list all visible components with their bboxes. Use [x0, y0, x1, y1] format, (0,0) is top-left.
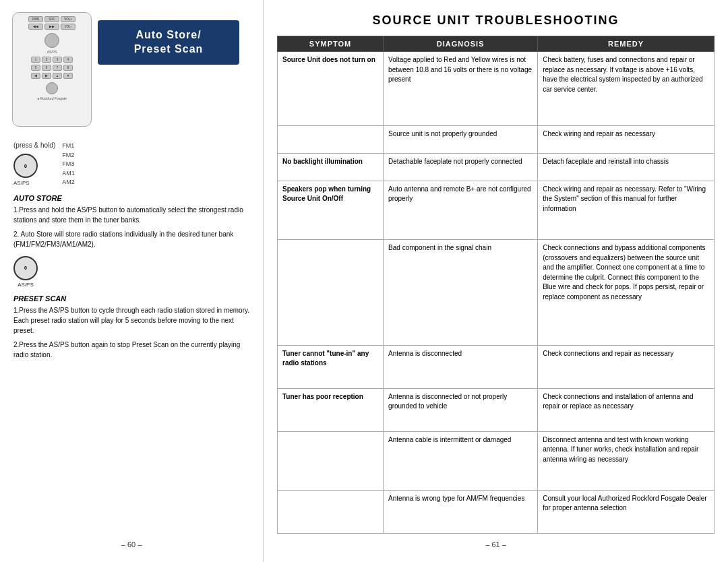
- remote-btn-14: 8: [63, 65, 73, 71]
- auto-store-p2: 2. Auto Store will store radio stations …: [13, 229, 253, 249]
- feature-title-box: Auto Store/ Preset Scan: [98, 20, 239, 65]
- feature-title: Auto Store/ Preset Scan: [104, 28, 233, 57]
- col-header-symptom: Symptom: [278, 36, 384, 52]
- symptom-cell: Source Unit does not turn on: [278, 52, 384, 126]
- diagnosis-cell: Antenna cable is intermittent or damaged: [384, 431, 538, 490]
- remote-brand: ● Rockford Fosgate: [37, 96, 67, 100]
- remote-knob-top: [44, 33, 59, 48]
- fm-am-labels: FM1FM2FM3AM1AM2: [62, 142, 75, 187]
- table-row: Tuner cannot "tune-in" any radio station…: [278, 345, 715, 388]
- remote-btn-7: 1: [31, 57, 40, 63]
- remote-btn-8: 2: [42, 57, 51, 63]
- remedy-cell: Check connections and repair as necessar…: [538, 345, 715, 388]
- remote-btn-11: 5: [31, 65, 40, 71]
- diagnosis-cell: Detachable faceplate not properly connec…: [384, 154, 538, 181]
- remote-btn-17: ▲: [53, 73, 62, 79]
- as-ps-icon-bottom: 0: [13, 256, 38, 280]
- right-panel: Source Unit Troubleshooting Symptom Diag…: [264, 0, 728, 562]
- left-panel: PWR SRC VOL+ ◀◀ ▶▶ VOL- AS/PS 1 2 3 4 5 …: [0, 0, 263, 562]
- diagnosis-cell: Antenna is disconnected or not properly …: [384, 388, 538, 431]
- col-header-diagnosis: Diagnosis: [384, 36, 538, 52]
- table-row: No backlight illuminationDetachable face…: [278, 154, 715, 181]
- table-row: Source unit is not properly groundedChec…: [278, 126, 715, 154]
- page-number-right: – 61 –: [277, 540, 715, 549]
- remote-btn-18: ▼: [63, 73, 73, 79]
- symptom-cell: Speakers pop when turning Source Unit On…: [278, 181, 384, 239]
- as-ps-icon-top: 0: [13, 154, 38, 178]
- remedy-cell: Detach faceplate and reinstall into chas…: [538, 154, 715, 181]
- remedy-cell: Check connections and bypass additional …: [538, 240, 715, 346]
- col-header-remedy: Remedy: [538, 36, 715, 52]
- remote-control-image: PWR SRC VOL+ ◀◀ ▶▶ VOL- AS/PS 1 2 3 4 5 …: [12, 12, 92, 127]
- remote-btn-16: ▶: [42, 73, 51, 79]
- remedy-cell: Check wiring and repair as necessary: [538, 126, 715, 154]
- as-ps-label-bottom: AS/PS: [18, 282, 34, 288]
- remote-btn-15: ◀: [31, 73, 40, 79]
- remote-btn-6: VOL-: [61, 24, 75, 30]
- table-row: Speakers pop when turning Source Unit On…: [278, 181, 715, 239]
- diagnosis-cell: Source unit is not properly grounded: [384, 126, 538, 154]
- auto-store-heading: Auto Store: [13, 194, 253, 202]
- symptom-cell: Tuner cannot "tune-in" any radio station…: [278, 345, 384, 388]
- diagnosis-cell: Bad component in the signal chain: [384, 240, 538, 346]
- as-ps-label-top: AS/PS: [13, 180, 30, 186]
- page-title: Source Unit Troubleshooting: [277, 13, 715, 28]
- remedy-cell: Consult your local Authorized Rockford F…: [538, 490, 715, 533]
- remedy-cell: Check wiring and repair as necessary. Re…: [538, 181, 715, 239]
- diagnosis-cell: Auto antenna and remote B+ are not confi…: [384, 181, 538, 239]
- remedy-cell: Disconnect antenna and test with known w…: [538, 431, 715, 490]
- diagnosis-cell: Antenna is disconnected: [384, 345, 538, 388]
- remote-btn-2: SRC: [44, 16, 59, 22]
- table-row: Antenna cable is intermittent or damaged…: [278, 431, 715, 490]
- diagnosis-cell: Voltage applied to Red and Yellow wires …: [384, 52, 538, 126]
- table-row: Source Unit does not turn onVoltage appl…: [278, 52, 715, 126]
- auto-store-section: Auto Store 1.Press and hold the AS/PS bu…: [13, 194, 253, 249]
- table-row: Tuner has poor receptionAntenna is disco…: [278, 388, 715, 431]
- remote-btn-10: 4: [63, 57, 73, 63]
- preset-scan-section: Preset Scan 1.Press the AS/PS button to …: [13, 294, 253, 360]
- symptom-cell: Tuner has poor reception: [278, 388, 384, 431]
- remote-knob-bottom: [46, 82, 58, 94]
- remedy-cell: Check battery, fuses and connections and…: [538, 52, 715, 126]
- symptom-cell: [278, 490, 384, 533]
- remote-btn-9: 3: [53, 57, 62, 63]
- preset-scan-p2: 2.Press the AS/PS button again to stop P…: [13, 340, 253, 360]
- table-row: Antenna is wrong type for AM/FM frequenc…: [278, 490, 715, 533]
- remote-btn-3: VOL+: [61, 16, 75, 22]
- auto-store-p1: 1.Press and hold the AS/PS button to aut…: [13, 205, 253, 225]
- left-content-area: (press & hold) 0 AS/PS FM1FM2FM3AM1AM2 A…: [13, 142, 253, 364]
- remote-btn-1: PWR: [28, 16, 43, 22]
- press-hold-label: (press & hold): [13, 142, 55, 149]
- remedy-cell: Check connections and installation of an…: [538, 388, 715, 431]
- page-number-left: – 60 –: [121, 540, 142, 549]
- diagnosis-cell: Antenna is wrong type for AM/FM frequenc…: [384, 490, 538, 533]
- symptom-cell: [278, 431, 384, 490]
- table-row: Bad component in the signal chainCheck c…: [278, 240, 715, 346]
- troubleshooting-table: Symptom Diagnosis Remedy Source Unit doe…: [277, 36, 715, 534]
- symptom-cell: [278, 126, 384, 154]
- preset-scan-p1: 1.Press the AS/PS button to cycle throug…: [13, 305, 253, 336]
- preset-scan-heading: Preset Scan: [13, 294, 253, 303]
- as-ps-label-remote: AS/PS: [47, 50, 57, 54]
- remote-btn-12: 6: [42, 65, 51, 71]
- symptom-cell: [278, 240, 384, 346]
- remote-btn-4: ◀◀: [28, 24, 43, 30]
- remote-btn-13: 7: [53, 65, 62, 71]
- remote-btn-5: ▶▶: [44, 24, 59, 30]
- symptom-cell: No backlight illumination: [278, 154, 384, 181]
